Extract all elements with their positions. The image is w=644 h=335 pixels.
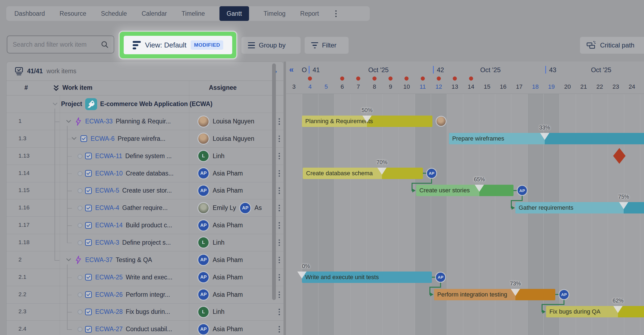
chevron-down-icon[interactable] [66, 120, 72, 123]
avatar-ap[interactable]: AP [426, 168, 437, 179]
work-item-key[interactable]: ECWA-11 [95, 152, 122, 160]
day-label[interactable]: 18 [532, 83, 538, 90]
tab-gantt[interactable]: Gantt [219, 6, 249, 21]
work-item-key[interactable]: ECWA-37 [85, 256, 113, 264]
table-row[interactable]: 1.3ECWA-6Prepare wirefra...Louisa Nguyen [7, 130, 283, 148]
table-row[interactable]: 2.3ECWA-28Fix bugs durin...LLinh [7, 303, 283, 321]
tab-dashboard[interactable]: Dashboard [14, 10, 45, 17]
day-label[interactable]: 13 [452, 83, 458, 90]
gantt-bar[interactable]: Perform integration testing [434, 289, 555, 300]
row-more-icon[interactable] [276, 117, 282, 126]
tab-calendar[interactable]: Calendar [142, 10, 167, 17]
tab-resource[interactable]: Resource [60, 10, 86, 17]
scroll-left-icon[interactable]: « [289, 65, 294, 74]
table-row[interactable]: 1.14ECWA-10Create databas...APAsia Pham [7, 165, 283, 182]
day-label[interactable]: 16 [500, 83, 506, 90]
group-by-button[interactable]: Group by [241, 37, 301, 54]
column-assignee[interactable]: Assignee [209, 84, 237, 91]
row-more-icon[interactable] [276, 324, 282, 334]
work-item-title[interactable]: Planning & Requir... [116, 118, 171, 125]
work-item-title[interactable]: Testing & QA [116, 256, 152, 264]
row-more-icon[interactable] [276, 221, 282, 230]
gantt-bar[interactable]: Create database schema [303, 168, 423, 179]
day-label[interactable]: 5 [324, 83, 328, 90]
work-item-title[interactable]: Prepare wirefra... [118, 135, 165, 142]
tab-timelog[interactable]: Timelog [264, 10, 286, 17]
work-item-key[interactable]: ECWA-33 [85, 118, 113, 125]
collapse-all-icon[interactable] [53, 84, 60, 92]
drag-handle-bullet[interactable] [78, 292, 82, 297]
assignee-cell[interactable]: LLinh [194, 303, 270, 320]
tab-report[interactable]: Report [300, 10, 319, 17]
table-row[interactable]: 1.16ECWA-4Gather require...Emily LyAPAs [7, 199, 283, 217]
day-label[interactable]: 17 [516, 83, 522, 90]
work-item-key[interactable]: ECWA-3 [95, 239, 119, 246]
assignee-cell[interactable]: Emily LyAPAs [194, 199, 270, 216]
nav-more-icon[interactable] [334, 9, 338, 18]
column-work-item[interactable]: Work item [62, 84, 93, 91]
work-item-title[interactable]: Define system ... [125, 152, 172, 160]
critical-path-button[interactable]: Critical path [580, 37, 644, 54]
day-label[interactable]: 8 [373, 83, 376, 90]
table-row[interactable]: 1.18ECWA-3Define project s...LLinh [7, 234, 283, 251]
day-label[interactable]: 14 [468, 83, 474, 90]
table-row[interactable]: 2.1ECWA-25Write and exec...APAsia Pham [7, 269, 283, 286]
chevron-down-icon[interactable] [71, 137, 77, 141]
work-item-title[interactable]: Perform integr... [126, 291, 170, 298]
day-label[interactable]: 12 [435, 83, 442, 90]
project-row[interactable]: ProjectE-commerce Web Application (ECWA) [7, 95, 283, 113]
assignee-cell[interactable]: LLinh [194, 234, 270, 251]
work-item-title[interactable]: Define project s... [122, 239, 171, 246]
avatar-louisa[interactable] [436, 116, 447, 127]
drag-handle-bullet[interactable] [78, 188, 82, 193]
day-label[interactable]: 11 [420, 83, 426, 90]
assignee-cell[interactable]: APAsia Pham [194, 165, 270, 182]
day-label[interactable]: 19 [548, 83, 555, 90]
row-more-icon[interactable] [276, 203, 282, 213]
row-more-icon[interactable] [276, 307, 282, 317]
day-label[interactable]: 24 [629, 83, 635, 90]
chevron-down-icon[interactable] [52, 102, 58, 106]
day-label[interactable]: 3 [292, 83, 296, 90]
work-item-key[interactable]: ECWA-25 [95, 274, 123, 281]
day-label[interactable]: 4 [308, 83, 312, 90]
row-more-icon[interactable] [276, 186, 282, 196]
table-row[interactable]: 1.15ECWA-5Create user stor...APAsia Pham [7, 182, 283, 199]
day-label[interactable]: 20 [564, 83, 571, 90]
work-item-key[interactable]: ECWA-6 [91, 135, 115, 142]
work-item-key[interactable]: ECWA-5 [95, 187, 119, 194]
day-label[interactable]: 23 [613, 83, 619, 90]
table-row[interactable]: 2.2ECWA-26Perform integr...APAsia Pham [7, 286, 283, 304]
drag-handle-bullet[interactable] [78, 240, 82, 245]
work-item-title[interactable]: Conduct usabil... [126, 326, 172, 333]
tab-schedule[interactable]: Schedule [101, 10, 127, 17]
drag-handle-bullet[interactable] [78, 154, 82, 159]
gantt-bar[interactable]: Fix bugs during QA [546, 306, 644, 317]
gantt-bar[interactable]: Create user stories [416, 185, 514, 196]
assignee-cell[interactable]: APAsia Pham [194, 286, 270, 303]
drag-handle-bullet[interactable] [78, 223, 82, 228]
day-label[interactable]: 9 [389, 83, 392, 90]
work-item-key[interactable]: ECWA-14 [95, 222, 123, 229]
assignee-cell[interactable]: APAsia Pham [194, 182, 270, 199]
panel-vertical-scrollbar[interactable] [272, 63, 276, 300]
row-more-icon[interactable] [276, 238, 282, 248]
day-label[interactable]: 10 [403, 83, 410, 90]
drag-handle-bullet[interactable] [78, 310, 82, 314]
work-item-title[interactable]: Fix bugs durin... [126, 308, 170, 315]
view-selector-button[interactable]: View: Default MODIFIED [124, 36, 232, 54]
assignee-cell[interactable]: APAsia Pham [194, 251, 270, 269]
day-label[interactable]: 22 [596, 83, 603, 90]
table-row[interactable]: 2ECWA-37Testing & QAAPAsia Pham [7, 251, 283, 269]
gantt-bar[interactable]: Write and execute unit tests [302, 272, 432, 283]
drag-handle-bullet[interactable] [78, 171, 82, 176]
work-item-key[interactable]: ECWA-26 [95, 291, 123, 298]
work-item-title[interactable]: Create user stor... [122, 187, 172, 194]
day-label[interactable]: 6 [340, 83, 344, 90]
assignee-cell[interactable]: APAsia Pham [194, 321, 270, 335]
work-item-title[interactable]: Create databas... [126, 170, 173, 177]
avatar-ap[interactable]: AP [559, 289, 569, 300]
work-item-title[interactable]: Write and exec... [126, 274, 172, 281]
table-row[interactable]: 1.17ECWA-14Build product c...APAsia Pham [7, 217, 283, 234]
assignee-cell[interactable]: APAsia Pham [194, 217, 270, 234]
